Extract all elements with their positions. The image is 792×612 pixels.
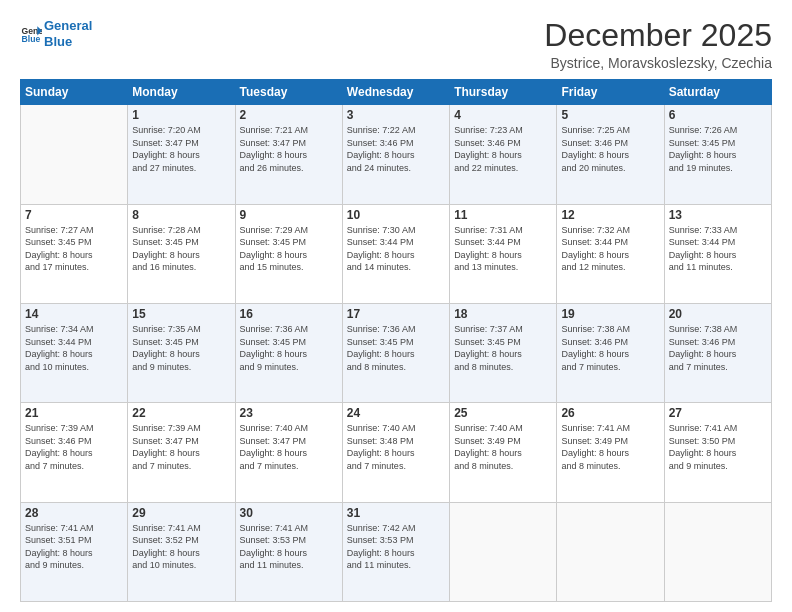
day-info: Sunrise: 7:42 AM Sunset: 3:53 PM Dayligh…: [347, 522, 445, 572]
day-info: Sunrise: 7:41 AM Sunset: 3:52 PM Dayligh…: [132, 522, 230, 572]
day-info: Sunrise: 7:28 AM Sunset: 3:45 PM Dayligh…: [132, 224, 230, 274]
day-info: Sunrise: 7:26 AM Sunset: 3:45 PM Dayligh…: [669, 124, 767, 174]
calendar-cell: 19Sunrise: 7:38 AM Sunset: 3:46 PM Dayli…: [557, 303, 664, 402]
calendar-cell: 31Sunrise: 7:42 AM Sunset: 3:53 PM Dayli…: [342, 502, 449, 601]
calendar-cell: 27Sunrise: 7:41 AM Sunset: 3:50 PM Dayli…: [664, 403, 771, 502]
calendar-week-row: 1Sunrise: 7:20 AM Sunset: 3:47 PM Daylig…: [21, 105, 772, 204]
day-number: 22: [132, 406, 230, 420]
calendar-cell: 5Sunrise: 7:25 AM Sunset: 3:46 PM Daylig…: [557, 105, 664, 204]
day-info: Sunrise: 7:25 AM Sunset: 3:46 PM Dayligh…: [561, 124, 659, 174]
day-info: Sunrise: 7:35 AM Sunset: 3:45 PM Dayligh…: [132, 323, 230, 373]
calendar-cell: [21, 105, 128, 204]
day-number: 31: [347, 506, 445, 520]
calendar-cell: 30Sunrise: 7:41 AM Sunset: 3:53 PM Dayli…: [235, 502, 342, 601]
day-number: 23: [240, 406, 338, 420]
day-number: 21: [25, 406, 123, 420]
day-number: 4: [454, 108, 552, 122]
day-number: 2: [240, 108, 338, 122]
day-number: 6: [669, 108, 767, 122]
calendar-cell: 14Sunrise: 7:34 AM Sunset: 3:44 PM Dayli…: [21, 303, 128, 402]
day-info: Sunrise: 7:33 AM Sunset: 3:44 PM Dayligh…: [669, 224, 767, 274]
day-number: 10: [347, 208, 445, 222]
day-info: Sunrise: 7:40 AM Sunset: 3:48 PM Dayligh…: [347, 422, 445, 472]
header: General Blue General Blue December 2025 …: [20, 18, 772, 71]
day-info: Sunrise: 7:41 AM Sunset: 3:49 PM Dayligh…: [561, 422, 659, 472]
calendar-header-cell: Monday: [128, 80, 235, 105]
calendar-header-cell: Saturday: [664, 80, 771, 105]
day-info: Sunrise: 7:38 AM Sunset: 3:46 PM Dayligh…: [561, 323, 659, 373]
calendar-cell: 8Sunrise: 7:28 AM Sunset: 3:45 PM Daylig…: [128, 204, 235, 303]
calendar-week-row: 28Sunrise: 7:41 AM Sunset: 3:51 PM Dayli…: [21, 502, 772, 601]
day-info: Sunrise: 7:27 AM Sunset: 3:45 PM Dayligh…: [25, 224, 123, 274]
day-info: Sunrise: 7:39 AM Sunset: 3:46 PM Dayligh…: [25, 422, 123, 472]
day-number: 25: [454, 406, 552, 420]
logo-icon: General Blue: [20, 23, 42, 45]
calendar-cell: 6Sunrise: 7:26 AM Sunset: 3:45 PM Daylig…: [664, 105, 771, 204]
logo: General Blue General Blue: [20, 18, 92, 49]
day-number: 8: [132, 208, 230, 222]
calendar-header-cell: Wednesday: [342, 80, 449, 105]
day-info: Sunrise: 7:38 AM Sunset: 3:46 PM Dayligh…: [669, 323, 767, 373]
calendar-cell: 9Sunrise: 7:29 AM Sunset: 3:45 PM Daylig…: [235, 204, 342, 303]
calendar-cell: [664, 502, 771, 601]
day-number: 26: [561, 406, 659, 420]
day-number: 19: [561, 307, 659, 321]
calendar-header-cell: Sunday: [21, 80, 128, 105]
calendar-header-row: SundayMondayTuesdayWednesdayThursdayFrid…: [21, 80, 772, 105]
calendar-cell: 26Sunrise: 7:41 AM Sunset: 3:49 PM Dayli…: [557, 403, 664, 502]
day-number: 17: [347, 307, 445, 321]
day-info: Sunrise: 7:31 AM Sunset: 3:44 PM Dayligh…: [454, 224, 552, 274]
day-number: 15: [132, 307, 230, 321]
calendar-cell: 23Sunrise: 7:40 AM Sunset: 3:47 PM Dayli…: [235, 403, 342, 502]
calendar-cell: 22Sunrise: 7:39 AM Sunset: 3:47 PM Dayli…: [128, 403, 235, 502]
calendar-week-row: 21Sunrise: 7:39 AM Sunset: 3:46 PM Dayli…: [21, 403, 772, 502]
day-info: Sunrise: 7:20 AM Sunset: 3:47 PM Dayligh…: [132, 124, 230, 174]
day-info: Sunrise: 7:41 AM Sunset: 3:53 PM Dayligh…: [240, 522, 338, 572]
day-info: Sunrise: 7:37 AM Sunset: 3:45 PM Dayligh…: [454, 323, 552, 373]
day-number: 13: [669, 208, 767, 222]
main-title: December 2025: [544, 18, 772, 53]
day-info: Sunrise: 7:21 AM Sunset: 3:47 PM Dayligh…: [240, 124, 338, 174]
day-info: Sunrise: 7:39 AM Sunset: 3:47 PM Dayligh…: [132, 422, 230, 472]
calendar-cell: 21Sunrise: 7:39 AM Sunset: 3:46 PM Dayli…: [21, 403, 128, 502]
day-info: Sunrise: 7:40 AM Sunset: 3:47 PM Dayligh…: [240, 422, 338, 472]
calendar-cell: 13Sunrise: 7:33 AM Sunset: 3:44 PM Dayli…: [664, 204, 771, 303]
day-info: Sunrise: 7:40 AM Sunset: 3:49 PM Dayligh…: [454, 422, 552, 472]
calendar-cell: 10Sunrise: 7:30 AM Sunset: 3:44 PM Dayli…: [342, 204, 449, 303]
calendar-cell: 2Sunrise: 7:21 AM Sunset: 3:47 PM Daylig…: [235, 105, 342, 204]
day-info: Sunrise: 7:41 AM Sunset: 3:51 PM Dayligh…: [25, 522, 123, 572]
day-number: 16: [240, 307, 338, 321]
day-number: 30: [240, 506, 338, 520]
calendar-header-cell: Thursday: [450, 80, 557, 105]
day-number: 3: [347, 108, 445, 122]
calendar-cell: 11Sunrise: 7:31 AM Sunset: 3:44 PM Dayli…: [450, 204, 557, 303]
logo-line2: Blue: [44, 34, 72, 49]
day-number: 11: [454, 208, 552, 222]
logo-line1: General: [44, 18, 92, 33]
calendar-cell: 12Sunrise: 7:32 AM Sunset: 3:44 PM Dayli…: [557, 204, 664, 303]
calendar-cell: 15Sunrise: 7:35 AM Sunset: 3:45 PM Dayli…: [128, 303, 235, 402]
day-number: 29: [132, 506, 230, 520]
calendar-cell: 16Sunrise: 7:36 AM Sunset: 3:45 PM Dayli…: [235, 303, 342, 402]
page: General Blue General Blue December 2025 …: [0, 0, 792, 612]
calendar-cell: 24Sunrise: 7:40 AM Sunset: 3:48 PM Dayli…: [342, 403, 449, 502]
title-block: December 2025 Bystrice, Moravskoslezsky,…: [544, 18, 772, 71]
day-number: 1: [132, 108, 230, 122]
calendar-cell: 29Sunrise: 7:41 AM Sunset: 3:52 PM Dayli…: [128, 502, 235, 601]
day-number: 24: [347, 406, 445, 420]
calendar-cell: 28Sunrise: 7:41 AM Sunset: 3:51 PM Dayli…: [21, 502, 128, 601]
calendar-cell: [450, 502, 557, 601]
calendar-cell: 1Sunrise: 7:20 AM Sunset: 3:47 PM Daylig…: [128, 105, 235, 204]
day-number: 7: [25, 208, 123, 222]
calendar-body: 1Sunrise: 7:20 AM Sunset: 3:47 PM Daylig…: [21, 105, 772, 602]
day-number: 9: [240, 208, 338, 222]
calendar-header-cell: Friday: [557, 80, 664, 105]
calendar-cell: 18Sunrise: 7:37 AM Sunset: 3:45 PM Dayli…: [450, 303, 557, 402]
day-info: Sunrise: 7:32 AM Sunset: 3:44 PM Dayligh…: [561, 224, 659, 274]
logo-text: General Blue: [44, 18, 92, 49]
day-info: Sunrise: 7:22 AM Sunset: 3:46 PM Dayligh…: [347, 124, 445, 174]
day-info: Sunrise: 7:34 AM Sunset: 3:44 PM Dayligh…: [25, 323, 123, 373]
calendar-cell: [557, 502, 664, 601]
day-info: Sunrise: 7:30 AM Sunset: 3:44 PM Dayligh…: [347, 224, 445, 274]
calendar-week-row: 7Sunrise: 7:27 AM Sunset: 3:45 PM Daylig…: [21, 204, 772, 303]
